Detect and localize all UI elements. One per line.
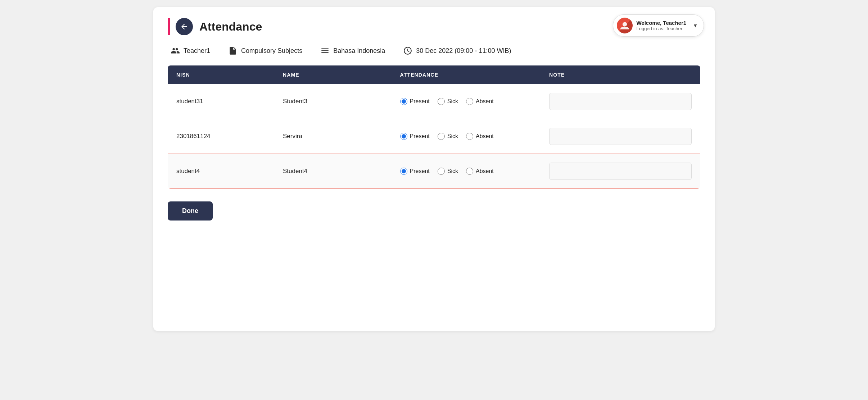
radio-option-text: Present [410, 133, 430, 140]
meta-subject: Bahasa Indonesia [320, 46, 385, 55]
done-button[interactable]: Done [168, 201, 213, 221]
radio-present[interactable] [400, 133, 407, 140]
cell-attendance[interactable]: PresentSickAbsent [392, 154, 541, 189]
back-button[interactable] [176, 18, 193, 35]
attendance-table: NISN NAME ATTENDANCE NOTE student31Stude… [168, 65, 700, 188]
radio-sick[interactable] [438, 168, 445, 175]
radio-option-text: Sick [447, 168, 458, 174]
teacher-icon [171, 46, 180, 55]
table-row: student4Student4PresentSickAbsent [168, 154, 700, 189]
user-info: Welcome, Teacher1 Logged in as: Teacher [636, 20, 686, 31]
radio-label-present[interactable]: Present [400, 98, 430, 105]
cell-nisn: 2301861124 [168, 119, 274, 154]
radio-option-text: Absent [476, 168, 494, 174]
clock-icon [403, 46, 412, 55]
table-row: student31Student3PresentSickAbsent [168, 84, 700, 119]
meta-subject-type: Compulsory Subjects [228, 46, 302, 55]
svg-point-0 [623, 22, 627, 26]
note-input[interactable] [549, 128, 692, 145]
radio-group: PresentSickAbsent [400, 168, 532, 175]
meta-subject-label: Bahasa Indonesia [333, 47, 385, 55]
user-welcome: Welcome, Teacher1 [636, 20, 686, 26]
col-attendance: ATTENDANCE [392, 65, 541, 84]
radio-sick[interactable] [438, 133, 445, 140]
cell-attendance[interactable]: PresentSickAbsent [392, 119, 541, 154]
page-title: Attendance [199, 20, 262, 33]
radio-absent[interactable] [466, 133, 473, 140]
radio-present[interactable] [400, 168, 407, 175]
note-input[interactable] [549, 163, 692, 180]
radio-label-present[interactable]: Present [400, 168, 430, 175]
cell-name: Student4 [274, 154, 392, 189]
radio-option-text: Present [410, 98, 430, 105]
cell-note[interactable] [541, 154, 700, 189]
radio-option-text: Present [410, 168, 430, 174]
cell-note[interactable] [541, 119, 700, 154]
radio-label-sick[interactable]: Sick [438, 168, 458, 175]
radio-group: PresentSickAbsent [400, 133, 532, 140]
radio-option-text: Sick [447, 98, 458, 105]
col-note: NOTE [541, 65, 700, 84]
radio-option-text: Absent [476, 133, 494, 140]
col-name: NAME [274, 65, 392, 84]
user-badge[interactable]: Welcome, Teacher1 Logged in as: Teacher … [613, 14, 704, 37]
meta-teacher: Teacher1 [171, 46, 210, 55]
table-header: NISN NAME ATTENDANCE NOTE [168, 65, 700, 84]
table-body: student31Student3PresentSickAbsent230186… [168, 84, 700, 188]
radio-absent[interactable] [466, 98, 473, 105]
radio-option-text: Absent [476, 98, 494, 105]
user-role: Logged in as: Teacher [636, 26, 686, 31]
radio-label-absent[interactable]: Absent [466, 168, 494, 175]
chevron-down-icon: ▼ [693, 23, 698, 28]
cell-nisn: student4 [168, 154, 274, 189]
cell-note[interactable] [541, 84, 700, 119]
table-row: 2301861124ServiraPresentSickAbsent [168, 119, 700, 154]
radio-sick[interactable] [438, 98, 445, 105]
cell-nisn: student31 [168, 84, 274, 119]
radio-label-absent[interactable]: Absent [466, 98, 494, 105]
cell-name: Servira [274, 119, 392, 154]
radio-absent[interactable] [466, 168, 473, 175]
radio-group: PresentSickAbsent [400, 98, 532, 105]
radio-label-sick[interactable]: Sick [438, 133, 458, 140]
meta-subject-type-label: Compulsory Subjects [241, 47, 302, 55]
cell-attendance[interactable]: PresentSickAbsent [392, 84, 541, 119]
page-container: Welcome, Teacher1 Logged in as: Teacher … [153, 7, 715, 331]
meta-schedule: 30 Dec 2022 (09:00 - 11:00 WIB) [403, 46, 511, 55]
meta-teacher-label: Teacher1 [184, 47, 210, 55]
radio-label-absent[interactable]: Absent [466, 133, 494, 140]
meta-schedule-label: 30 Dec 2022 (09:00 - 11:00 WIB) [416, 47, 511, 55]
radio-label-sick[interactable]: Sick [438, 98, 458, 105]
subject-type-icon [228, 46, 238, 55]
subject-icon [320, 46, 330, 55]
avatar [617, 18, 633, 33]
meta-row: Teacher1 Compulsory Subjects Bahasa Indo… [168, 46, 700, 55]
note-input[interactable] [549, 93, 692, 110]
col-nisn: NISN [168, 65, 274, 84]
cell-name: Student3 [274, 84, 392, 119]
radio-label-present[interactable]: Present [400, 133, 430, 140]
radio-present[interactable] [400, 98, 407, 105]
radio-option-text: Sick [447, 133, 458, 140]
